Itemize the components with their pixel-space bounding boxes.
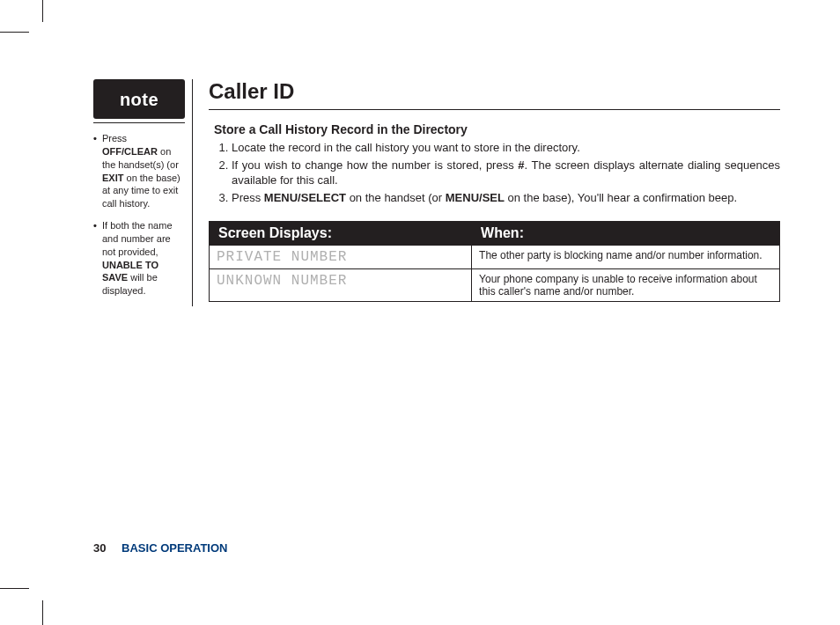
page-body: note • Press OFF/CLEAR on the handset(s)…	[93, 79, 780, 306]
crop-mark	[42, 600, 43, 625]
table-row: UNKNOWN NUMBER Your phone company is una…	[210, 269, 780, 302]
crop-mark	[0, 32, 29, 33]
step-item: If you wish to change how the number is …	[232, 158, 780, 188]
chapter-title: BASIC OPERATION	[122, 541, 227, 555]
lcd-text: UNKNOWN NUMBER	[217, 273, 347, 289]
note-list: • Press OFF/CLEAR on the handset(s) (or …	[93, 132, 185, 298]
note-item: • If both the name and number are not pr…	[93, 219, 185, 298]
bullet-icon: •	[93, 132, 102, 210]
step-item: Locate the record in the call history yo…	[232, 140, 780, 156]
page-footer: 30 BASIC OPERATION	[93, 541, 227, 555]
steps-list: Locate the record in the call history yo…	[214, 140, 780, 205]
note-sidebar: note • Press OFF/CLEAR on the handset(s)…	[93, 79, 193, 306]
note-text: If both the name and number are not prov…	[102, 219, 185, 298]
title-rule	[209, 109, 780, 110]
note-badge: note	[93, 79, 185, 119]
table-head-when: When:	[472, 222, 780, 246]
table-cell-when: Your phone company is unable to receive …	[472, 269, 780, 302]
table-row: PRIVATE NUMBER The other party is blocki…	[210, 246, 780, 269]
section-title: Caller ID	[209, 79, 780, 104]
main-content: Caller ID Store a Call History Record in…	[209, 79, 780, 302]
step-item: Press MENU/SELECT on the handset (or MEN…	[232, 190, 780, 206]
display-table: Screen Displays: When: PRIVATE NUMBER Th…	[209, 221, 780, 302]
table-head-display: Screen Displays:	[210, 222, 472, 246]
crop-mark	[0, 588, 29, 589]
note-badge-label: note	[120, 90, 158, 109]
lcd-text: PRIVATE NUMBER	[217, 249, 347, 265]
note-underline	[93, 122, 185, 123]
note-item: • Press OFF/CLEAR on the handset(s) (or …	[93, 132, 185, 210]
bullet-icon: •	[93, 219, 102, 298]
note-text: Press OFF/CLEAR on the handset(s) (or EX…	[102, 132, 185, 210]
sub-title: Store a Call History Record in the Direc…	[214, 122, 780, 136]
table-cell-when: The other party is blocking name and/or …	[472, 246, 780, 269]
crop-mark	[42, 0, 43, 22]
page-number: 30	[93, 541, 106, 555]
